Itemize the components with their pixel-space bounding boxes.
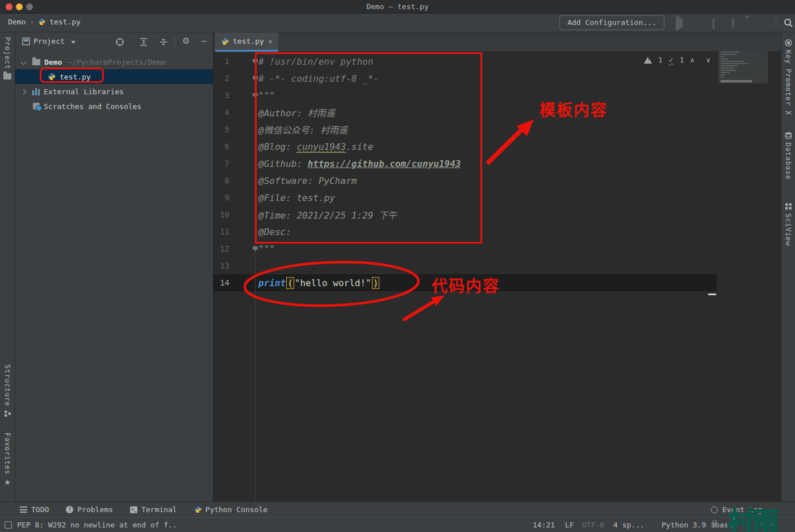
code-line[interactable]: 3""" [214, 87, 781, 104]
tree-node-label[interactable]: test.py [60, 73, 91, 81]
tool-button-python-console[interactable]: Python Console [194, 505, 268, 514]
breadcrumb-file[interactable]: test.py [49, 18, 81, 26]
tool-button-key-promoter[interactable]: Key Promoter X [781, 39, 795, 115]
chevron-down-icon[interactable] [71, 41, 76, 44]
line-number: 11 [214, 227, 229, 236]
debug-icon[interactable] [693, 19, 702, 28]
gutter-fold-column [229, 257, 258, 274]
terminal-icon: >_ [130, 506, 137, 513]
run-with-coverage-icon[interactable] [712, 19, 721, 28]
python-interpreter[interactable]: Python 3.9 (base) [662, 521, 737, 529]
tool-button-favorites[interactable]: Favorites ★ [0, 433, 15, 487]
code-line[interactable]: 11@Desc: [214, 223, 781, 240]
fold-marker-icon[interactable] [253, 76, 258, 81]
tree-row-scratches[interactable]: Scratches and Consoles [15, 99, 213, 114]
tool-button-project[interactable]: Project [0, 37, 15, 79]
prev-problem-icon[interactable]: ∧ [690, 56, 694, 64]
fold-marker-icon[interactable] [253, 59, 258, 64]
code-text: # -*- coding:utf-8 _*- [258, 73, 379, 84]
line-number: 8 [214, 176, 229, 185]
expand-all-icon[interactable] [139, 37, 148, 47]
breadcrumb-project[interactable]: Demo [8, 18, 26, 26]
fold-marker-icon[interactable] [253, 246, 258, 252]
code-area[interactable]: 1# !usr/bin/env python2# -*- coding:utf-… [214, 53, 781, 291]
next-problem-icon[interactable]: ∨ [706, 56, 710, 64]
chevron-down-icon[interactable] [745, 19, 754, 28]
gutter-fold-column [229, 70, 258, 87]
collapse-all-icon[interactable] [159, 37, 168, 47]
locate-file-icon[interactable] [115, 37, 124, 47]
line-number: 3 [214, 91, 229, 100]
tree-row-external-libraries[interactable]: External Libraries [15, 84, 213, 99]
gutter-fold-column [229, 104, 258, 121]
code-text: @Github: https://github.com/cunyu1943 [258, 158, 461, 169]
code-line[interactable]: 13 [214, 257, 781, 274]
tree-row-demo[interactable]: Demo ~/PycharmProjects/Demo [15, 55, 213, 69]
tool-button-problems[interactable]: !Problems [66, 505, 113, 514]
tab-testpy[interactable]: test.py × [215, 32, 278, 52]
line-number: 4 [214, 108, 229, 117]
tree-node-label[interactable]: Scratches and Consoles [44, 102, 141, 111]
code-line[interactable]: 8@Software: PyCharm [214, 172, 781, 189]
caret-row-marker [708, 294, 716, 295]
tool-button-database[interactable]: Database [781, 132, 795, 180]
file-encoding[interactable]: UTF-8 [582, 521, 604, 529]
hide-panel-icon[interactable]: — [202, 36, 207, 46]
tree-row-testpy[interactable]: test.py [15, 69, 213, 84]
tool-button-todo[interactable]: TODO [20, 505, 49, 514]
inspection-widget[interactable]: 1 ✓ 1 ∧ ∨ [644, 56, 710, 64]
main-toolbar: Demo › test.py Add Configuration... [0, 14, 795, 32]
lock-icon[interactable] [712, 522, 717, 527]
gutter-fold-column [229, 87, 258, 104]
gear-icon[interactable]: ⚙ [182, 36, 190, 46]
code-line[interactable]: 7@Github: https://github.com/cunyu1943 [214, 155, 781, 172]
tool-button-structure[interactable]: Structure [0, 365, 15, 417]
event-log-icon [711, 506, 718, 513]
line-number: 1 [214, 57, 229, 66]
line-separator[interactable]: LF [565, 521, 574, 529]
tab-label[interactable]: test.py [233, 37, 264, 45]
line-number: 12 [214, 244, 229, 253]
warning-count: 1 [658, 56, 663, 64]
line-number: 2 [214, 74, 229, 83]
code-text: @微信公众号: 村雨遥 [258, 123, 348, 136]
add-configuration-button[interactable]: Add Configuration... [559, 15, 664, 30]
fold-marker-icon[interactable] [253, 93, 258, 98]
code-line[interactable]: 6@Blog: cunyu1943.site [214, 138, 781, 155]
caret-position[interactable]: 14:21 [533, 521, 555, 529]
tool-button-terminal[interactable]: >_Terminal [130, 505, 177, 514]
search-everywhere-icon[interactable] [784, 18, 793, 28]
tool-button-event-log[interactable]: Event Log [711, 502, 762, 517]
folder-icon [32, 59, 40, 65]
gutter-fold-column [229, 121, 258, 138]
code-line[interactable]: 5@微信公众号: 村雨遥 [214, 121, 781, 138]
line-number: 7 [214, 159, 229, 168]
code-line[interactable]: 12""" [214, 240, 781, 257]
profiler-icon[interactable] [731, 19, 740, 28]
gutter-fold-column [229, 53, 258, 70]
code-line[interactable]: 9@File: test.py [214, 189, 781, 206]
indent-style[interactable]: 4 sp... [613, 521, 645, 529]
stop-icon[interactable] [759, 19, 768, 28]
close-tab-icon[interactable]: × [268, 37, 273, 46]
status-message[interactable]: PEP 8: W292 no newline at end of f.. [17, 521, 177, 529]
python-file-icon [221, 37, 229, 45]
tool-button-sciview[interactable]: SciView [781, 203, 795, 246]
chevron-right-icon[interactable] [21, 89, 27, 94]
code-line[interactable]: 10@Time: 2021/2/25 1:29 下午 [214, 206, 781, 223]
line-number: 13 [214, 261, 229, 270]
code-line[interactable]: 4@Author: 村雨遥 [214, 104, 781, 121]
reader-mode-icon[interactable] [5, 521, 12, 529]
code-minimap[interactable] [718, 50, 768, 83]
project-panel-title[interactable]: Project [34, 37, 65, 45]
bottom-tool-bar: TODO !Problems >_Terminal Python Console… [0, 501, 795, 517]
tree-node-label[interactable]: Demo [44, 58, 62, 66]
code-line[interactable]: 14print("hello world!") [214, 274, 781, 291]
tree-node-label[interactable]: External Libraries [44, 87, 124, 96]
inspections-ok-icon[interactable]: ✔ [758, 520, 765, 529]
code-line[interactable]: 2# -*- coding:utf-8 _*- [214, 70, 781, 87]
run-icon[interactable] [675, 19, 684, 28]
gutter-fold-column [229, 274, 258, 291]
gear-icon[interactable]: ⚙ [768, 523, 773, 530]
chevron-down-icon[interactable] [21, 59, 27, 65]
